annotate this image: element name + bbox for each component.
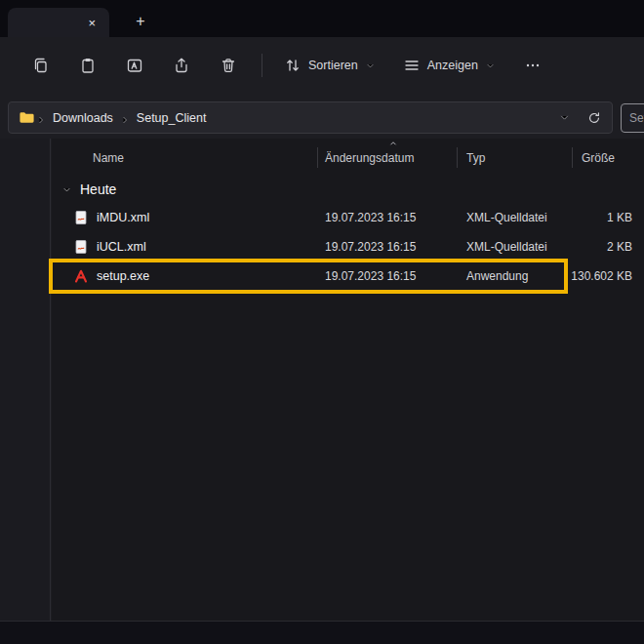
file-size: 1 KB: [510, 211, 632, 224]
explorer-window: × +: [0, 0, 644, 644]
file-date: 19.07.2023 16:15: [325, 269, 416, 283]
file-row-imdu[interactable]: iMDU.xml 19.07.2023 16:15 XML-Quelldatei…: [52, 203, 644, 232]
group-header-heute[interactable]: Heute: [52, 176, 116, 203]
file-name: iUCL.xml: [97, 240, 146, 254]
column-divider[interactable]: [572, 147, 573, 168]
command-bar: Sortieren Anzeigen: [0, 37, 644, 94]
chevron-down-icon: [485, 60, 496, 71]
xml-file-icon: [73, 239, 89, 255]
breadcrumb-chevron-icon: [119, 112, 131, 124]
sort-label: Sortieren: [308, 59, 358, 72]
search-input[interactable]: Set: [621, 103, 644, 133]
sort-button[interactable]: Sortieren: [276, 48, 383, 83]
file-date: 19.07.2023 16:15: [325, 211, 416, 224]
copy-icon: [32, 57, 50, 74]
search-text: Set: [629, 111, 644, 125]
column-header-date[interactable]: Änderungsdatum: [325, 151, 414, 165]
group-label: Heute: [80, 181, 116, 197]
toolbar-divider: [262, 54, 262, 77]
folder-icon: [19, 109, 35, 126]
rename-button[interactable]: [117, 48, 152, 83]
exe-app-icon: [73, 268, 89, 284]
column-header-size[interactable]: Größe: [582, 151, 615, 165]
column-header-type[interactable]: Typ: [466, 151, 485, 165]
address-row: Downloads Setup_Client Set: [0, 100, 644, 139]
rename-icon: [126, 57, 143, 74]
copy-button[interactable]: [23, 48, 59, 83]
tab-close-icon[interactable]: ×: [84, 15, 100, 31]
navigation-pane: [0, 139, 51, 621]
paste-button[interactable]: [70, 48, 105, 83]
new-tab-button[interactable]: +: [129, 10, 152, 33]
file-list-pane: Name Änderungsdatum Typ Größe Heute iMDU…: [52, 139, 644, 621]
breadcrumb-setup-client[interactable]: Setup_Client: [131, 108, 213, 128]
more-icon: [524, 57, 542, 74]
file-row-setup-exe[interactable]: setup.exe 19.07.2023 16:15 Anwendung 130…: [52, 262, 644, 291]
chevron-down-icon: [365, 60, 376, 71]
file-date: 19.07.2023 16:15: [325, 240, 416, 254]
breadcrumb-downloads[interactable]: Downloads: [47, 108, 119, 128]
file-row-iucl[interactable]: iUCL.xml 19.07.2023 16:15 XML-Quelldatei…: [52, 232, 644, 262]
share-icon: [173, 57, 190, 74]
view-label: Anzeigen: [427, 59, 478, 72]
file-name: setup.exe: [97, 269, 149, 283]
status-bar-area: [0, 621, 644, 644]
paste-icon: [79, 57, 97, 74]
column-header-name[interactable]: Name: [93, 151, 124, 165]
xml-file-icon: [73, 210, 89, 225]
file-size: 2 KB: [510, 240, 632, 254]
breadcrumb-chevron-icon: [35, 112, 47, 124]
address-bar[interactable]: Downloads Setup_Client: [8, 101, 613, 134]
address-dropdown-icon[interactable]: [558, 111, 571, 124]
explorer-tab[interactable]: ×: [8, 8, 109, 37]
view-icon: [403, 57, 421, 74]
file-size: 130.602 KB: [510, 269, 632, 283]
trash-icon: [220, 57, 237, 74]
sort-icon: [284, 57, 302, 74]
column-divider[interactable]: [317, 147, 318, 168]
refresh-icon[interactable]: [586, 110, 602, 126]
delete-button[interactable]: [211, 48, 246, 83]
sort-ascending-icon: [388, 139, 398, 148]
column-divider[interactable]: [457, 147, 458, 168]
chevron-down-icon: [61, 184, 72, 195]
column-header-row: Name Änderungsdatum Typ Größe: [52, 144, 644, 172]
view-button[interactable]: Anzeigen: [395, 48, 503, 83]
tab-strip: × +: [0, 0, 644, 37]
share-button[interactable]: [164, 48, 199, 83]
more-options-button[interactable]: [515, 48, 550, 83]
file-name: iMDU.xml: [97, 211, 149, 224]
